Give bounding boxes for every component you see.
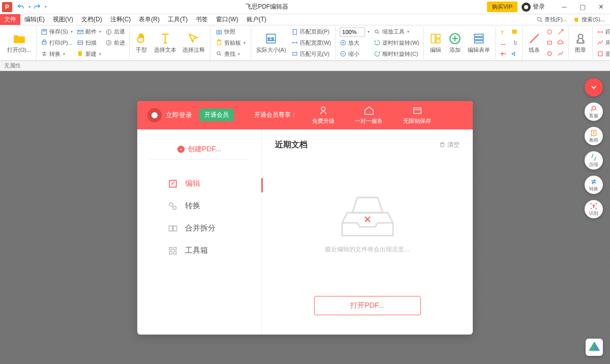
menu-tools[interactable]: 工具(T) — [164, 14, 192, 25]
redo-button[interactable] — [30, 2, 44, 13]
area-tool[interactable]: 面积▾ — [595, 49, 610, 59]
menu-view[interactable]: 视图(V) — [49, 14, 77, 25]
convert-button[interactable]: 转换▾ — [39, 49, 75, 59]
svg-point-14 — [217, 52, 220, 55]
find-button[interactable]: 查找(F)... — [534, 16, 569, 23]
svg-rect-23 — [436, 34, 440, 38]
welcome-login-button[interactable]: 立即登录 — [147, 108, 192, 122]
hand-tool[interactable]: 手型 — [132, 26, 151, 59]
zoom-tool-button[interactable]: 缩放工具▾ — [372, 27, 421, 37]
snapshot-row: 快照 剪贴板▾ 查找▾ — [212, 26, 249, 59]
add-tool[interactable]: 添加 — [445, 26, 465, 59]
distance-tool[interactable]: 距离▾ — [595, 27, 610, 37]
text-tool[interactable]: T — [498, 27, 509, 37]
svg-rect-1 — [42, 29, 46, 34]
brand-float-icon[interactable] — [586, 339, 603, 356]
new-button[interactable]: 新建▾ — [75, 49, 103, 59]
zoom-input[interactable] — [340, 27, 365, 37]
float-tutorial[interactable]: 教程 — [585, 127, 603, 145]
menu-account[interactable]: 账户(T) — [242, 14, 270, 25]
forward-button[interactable]: 前进 — [103, 38, 127, 48]
sidebar-item-merge[interactable]: 合并拆分 — [137, 217, 261, 240]
menu-window[interactable]: 窗口(W) — [212, 14, 242, 25]
zoom-value[interactable]: ▾ — [338, 27, 372, 37]
promo-upgrade[interactable]: 免费升级 — [312, 105, 334, 125]
highlight-tool[interactable] — [498, 38, 509, 48]
title-bar: P ▾ ▾ 飞思PDF编辑器 购买VIP 登录 ─ ▢ ✕ — [0, 0, 610, 14]
rect-tool[interactable] — [544, 38, 555, 48]
clear-recent-button[interactable]: 清空 — [439, 141, 460, 149]
open-pdf-button[interactable]: 打开PDF... — [314, 296, 421, 315]
float-convert[interactable]: 转换 — [585, 176, 603, 194]
svg-rect-10 — [217, 30, 221, 34]
empty-text: 最近编辑的文件将会出现这里... — [325, 245, 409, 254]
rotate-ccw-button[interactable]: 逆时针旋转(W) — [372, 38, 421, 48]
close-button[interactable]: ✕ — [592, 1, 610, 14]
buy-vip-button[interactable]: 购买VIP — [487, 2, 517, 12]
promo-service[interactable]: 一对一服务 — [355, 105, 383, 125]
svg-rect-24 — [436, 39, 440, 43]
strike-tool[interactable]: T — [498, 49, 509, 59]
rotate-cw-button[interactable]: 顺时针旋转(C) — [372, 49, 421, 59]
attach-tool[interactable] — [509, 38, 520, 48]
svg-rect-3 — [42, 42, 46, 45]
maximize-button[interactable]: ▢ — [573, 1, 592, 14]
select-text-tool[interactable]: 选择文本 — [151, 26, 179, 59]
line-tool[interactable]: 线条 — [525, 26, 544, 59]
svg-rect-45 — [169, 251, 172, 254]
fit-width-button[interactable]: 匹配宽度(W) — [289, 38, 333, 48]
actual-size-button[interactable]: 1:1实际大小(A) — [253, 26, 289, 59]
sound-tool[interactable] — [509, 49, 520, 59]
zoom-in-button[interactable]: 放大 — [338, 38, 372, 48]
app-icon: P — [2, 2, 12, 12]
open-button[interactable]: 打开(O)... — [4, 26, 34, 59]
collapse-float-button[interactable] — [585, 78, 603, 96]
arrow-tool[interactable] — [555, 27, 566, 37]
polyline-tool[interactable] — [555, 49, 566, 59]
float-compress[interactable]: 压缩 — [585, 151, 603, 170]
user-icon — [522, 3, 531, 12]
search-button[interactable]: 搜索(S)... — [571, 16, 607, 23]
float-ocr[interactable]: T识别 — [585, 200, 603, 218]
promo-save[interactable]: 无限制保存 — [403, 105, 431, 125]
menu-form[interactable]: 表单(R) — [135, 14, 164, 25]
fit-visible-button[interactable]: 匹配可见(V) — [289, 49, 333, 59]
create-pdf-button[interactable]: + 创建PDF... — [149, 140, 249, 159]
menu-file[interactable]: 文件 — [0, 14, 20, 25]
email-button[interactable]: 邮件▾ — [75, 27, 103, 37]
menu-bookmark[interactable]: 书签 — [192, 14, 212, 25]
menu-document[interactable]: 文档(D) — [77, 14, 106, 25]
cloud-tool[interactable] — [555, 38, 566, 48]
perimeter-tool[interactable]: 周长▾ — [595, 38, 610, 48]
svg-rect-7 — [78, 51, 82, 56]
fit-page-button[interactable]: 匹配页面(P) — [289, 27, 333, 37]
zoom-out-button[interactable]: 缩小 — [338, 49, 372, 59]
snapshot-button[interactable]: 快照 — [214, 27, 248, 37]
polygon-tool[interactable] — [544, 49, 555, 59]
save-button[interactable]: 保存(S)▾ — [39, 27, 75, 37]
note-tool[interactable] — [509, 27, 520, 37]
svg-rect-42 — [173, 226, 177, 231]
undo-button[interactable] — [14, 2, 27, 13]
login-button[interactable]: 登录 — [522, 3, 545, 12]
back-button[interactable]: 后退 — [103, 27, 127, 37]
plus-icon: + — [177, 146, 185, 153]
sidebar-item-edit[interactable]: 编辑 — [137, 173, 261, 195]
scan-button[interactable]: 扫描 — [75, 38, 103, 48]
circle-tool[interactable] — [544, 27, 555, 37]
minimize-button[interactable]: ─ — [555, 1, 573, 14]
print-button[interactable]: 打印(P)... — [39, 38, 75, 48]
edit-form-tool[interactable]: 编辑表单 — [465, 26, 493, 59]
find-tool-button[interactable]: 查找▾ — [214, 49, 248, 59]
clipboard-button[interactable]: 剪贴板▾ — [214, 38, 248, 48]
edit-tool[interactable]: 编辑 — [426, 26, 445, 59]
stamp-tool[interactable]: 图章 — [571, 26, 590, 59]
menu-edit[interactable]: 编辑(E) — [20, 14, 49, 25]
svg-rect-2 — [43, 29, 46, 31]
sidebar-item-toolbox[interactable]: 工具箱 — [137, 240, 261, 262]
sidebar-item-convert[interactable]: 转换 — [137, 195, 261, 217]
float-service[interactable]: 客服 — [585, 103, 603, 121]
select-annotation-tool[interactable]: 选择注释 — [179, 26, 208, 59]
menu-comment[interactable]: 注释(C) — [106, 14, 135, 25]
open-vip-button[interactable]: 开通会员 — [199, 109, 234, 121]
